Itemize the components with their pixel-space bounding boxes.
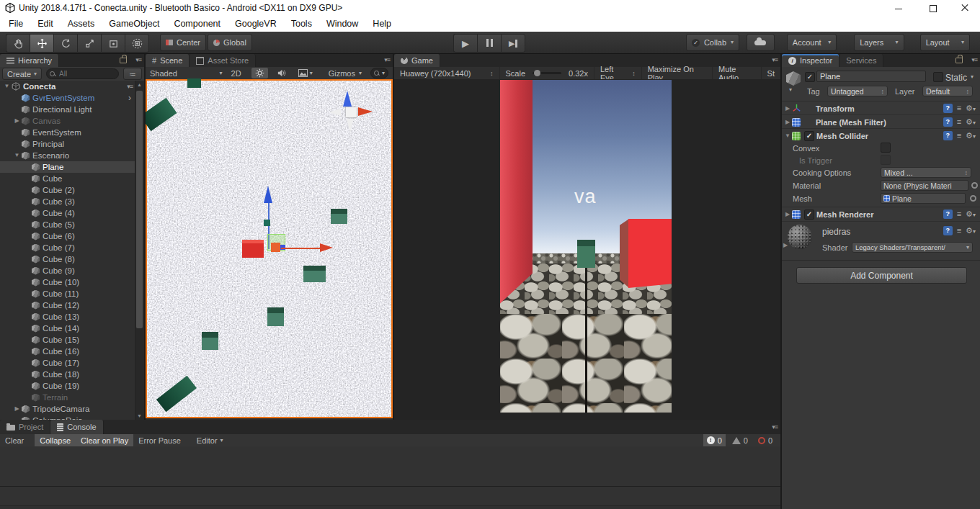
hierarchy-item-principal[interactable]: Principal	[0, 138, 135, 150]
rect-tool-icon[interactable]	[101, 34, 125, 53]
help-icon[interactable]: ?	[943, 226, 953, 235]
panel-menu-icon[interactable]: ▾≡	[772, 423, 778, 431]
object-picker-icon[interactable]	[971, 182, 978, 189]
scene-gizmo-left-arrow[interactable]	[329, 109, 341, 116]
layout-dropdown[interactable]: Layout▾	[920, 34, 970, 51]
scene-cube-green[interactable]	[267, 307, 284, 326]
component-enabled-checkbox[interactable]: ✓	[804, 131, 814, 141]
scene-cube-green[interactable]	[331, 209, 347, 224]
menu-item-assets[interactable]: Assets	[61, 16, 102, 32]
gizmo-x-axis-line[interactable]	[281, 248, 323, 249]
pause-button[interactable]	[477, 34, 501, 53]
help-icon[interactable]: ?	[943, 117, 953, 127]
mesh-collider-component-header[interactable]: ▼ ✓ Mesh Collider ?≡⚙▾	[782, 128, 980, 143]
collapse-toggle[interactable]: Collapse	[35, 434, 76, 446]
space-toggle-button[interactable]: Global	[208, 34, 252, 51]
disclosure-arrow[interactable]: ▶	[12, 115, 22, 127]
minimize-button[interactable]	[886, 0, 911, 16]
preset-icon[interactable]: ≡	[957, 117, 961, 127]
material-object-field[interactable]: None (Physic Materi	[881, 180, 968, 191]
shading-dropdown[interactable]: Shaded▾	[146, 67, 227, 79]
prefab-chevron-icon[interactable]: ›	[128, 92, 131, 104]
scene-cube-green[interactable]	[202, 332, 218, 350]
menu-item-help[interactable]: Help	[365, 16, 398, 32]
shader-dropdown[interactable]: Legacy Shaders/Transparent/▾	[852, 242, 973, 253]
scene-cube-green[interactable]	[303, 266, 326, 282]
cloud-button[interactable]	[747, 34, 775, 51]
hand-tool-icon[interactable]	[6, 34, 30, 53]
editor-dropdown[interactable]: Editor▾	[192, 434, 228, 446]
hierarchy-item-cube-9[interactable]: Cube (9)	[0, 265, 135, 276]
hierarchy-item-plane[interactable]: Plane	[0, 161, 135, 173]
active-checkbox[interactable]: ✓	[805, 72, 815, 82]
mute-audio-toggle[interactable]: Mute Audio	[713, 67, 762, 79]
hierarchy-item-terrain[interactable]: Terrain	[0, 392, 135, 403]
scale-slider[interactable]	[531, 67, 563, 79]
panel-menu-icon[interactable]: ▾≡	[135, 56, 141, 63]
is-trigger-checkbox[interactable]: ✓	[881, 155, 891, 165]
hierarchy-item-cube-14[interactable]: Cube (14)	[0, 323, 135, 334]
error-filter-toggle[interactable]: 0	[754, 434, 776, 446]
hierarchy-item-cube-8[interactable]: Cube (8)	[0, 253, 135, 265]
pivot-toggle-button[interactable]: Center	[160, 34, 206, 51]
layer-dropdown[interactable]: Default↕	[922, 86, 973, 96]
2d-toggle[interactable]: 2D	[228, 68, 245, 78]
lighting-toggle-icon[interactable]	[251, 68, 268, 78]
error-pause-toggle[interactable]: Error Pause	[133, 434, 186, 446]
maximize-on-play-toggle[interactable]: Maximize On Play	[642, 67, 713, 79]
help-icon[interactable]: ?	[943, 210, 953, 219]
hierarchy-item-cube-7[interactable]: Cube (7)	[0, 242, 135, 253]
search-input[interactable]	[58, 69, 104, 78]
hierarchy-item-cube-15[interactable]: Cube (15)	[0, 334, 135, 346]
transform-component-header[interactable]: ▶ Transform ?≡⚙▾	[782, 101, 980, 115]
hierarchy-item-cube-16[interactable]: Cube (16)	[0, 346, 135, 357]
hierarchy-item-cube-4[interactable]: Cube (4)	[0, 207, 135, 219]
convex-checkbox[interactable]: ✓	[881, 143, 891, 153]
menu-item-file[interactable]: File	[1, 16, 30, 32]
menu-item-component[interactable]: Component	[166, 16, 228, 32]
material-disclosure-arrow[interactable]: ▶	[783, 242, 788, 248]
hierarchy-item-cube-11[interactable]: Cube (11)	[0, 288, 135, 299]
hierarchy-item-cube-3[interactable]: Cube (3)	[0, 196, 135, 207]
warning-filter-toggle[interactable]: 0	[729, 434, 752, 446]
tab-asset-store[interactable]: Asset Store	[190, 54, 256, 67]
scene-cube-teal-small[interactable]	[264, 220, 270, 226]
scene-viewport[interactable]	[146, 79, 393, 418]
panel-menu-icon[interactable]: ▾≡	[772, 56, 778, 63]
help-icon[interactable]: ?	[943, 131, 953, 140]
step-button[interactable]: ▶	[501, 34, 525, 53]
clear-button[interactable]: Clear	[0, 434, 29, 446]
hierarchy-item-columnaroja[interactable]: ColumnaRoja	[0, 415, 135, 420]
move-tool-icon[interactable]	[30, 34, 53, 53]
hierarchy-item-cube-17[interactable]: Cube (17)	[0, 357, 135, 369]
scene-cube-green[interactable]	[187, 78, 201, 88]
hierarchy-item-cube[interactable]: Cube	[0, 173, 135, 184]
resolution-dropdown[interactable]: Huawey (720x1440)↕	[394, 67, 500, 79]
disclosure-arrow[interactable]: ▼	[783, 132, 792, 139]
static-checkbox[interactable]: ✓	[933, 72, 943, 82]
collab-button[interactable]: ✓Collab▾	[686, 34, 739, 51]
hierarchy-item-escenario[interactable]: ▼Escenario	[0, 150, 135, 161]
rotate-tool-icon[interactable]	[53, 34, 77, 53]
preset-icon[interactable]: ≡	[957, 131, 961, 140]
stats-toggle[interactable]: St	[762, 67, 780, 79]
hierarchy-item-directional-light[interactable]: Directional Light	[0, 104, 135, 115]
add-component-button[interactable]: Add Component	[796, 267, 967, 284]
hierarchy-item-cube-19[interactable]: Cube (19)	[0, 380, 135, 392]
hierarchy-item-tripodecamara[interactable]: ▶TripodeCamara	[0, 403, 135, 415]
gear-icon[interactable]: ⚙▾	[966, 104, 976, 113]
effects-dropdown-icon[interactable]: ▾	[295, 68, 316, 78]
hierarchy-item-canvas[interactable]: ▶Canvas	[0, 115, 135, 127]
hierarchy-item-cube-5[interactable]: Cube (5)	[0, 219, 135, 230]
gear-icon[interactable]: ⚙▾	[966, 131, 976, 140]
tab-inspector[interactable]: iInspector	[782, 54, 839, 67]
disclosure-arrow[interactable]: ▶	[12, 403, 22, 415]
maximize-button[interactable]	[921, 0, 945, 16]
scene-gizmo-right-arrow[interactable]	[358, 107, 373, 116]
disclosure-arrow[interactable]: ▶	[783, 211, 792, 217]
preset-icon[interactable]: ≡	[957, 226, 961, 235]
hierarchy-item-cube-13[interactable]: Cube (13)	[0, 311, 135, 323]
gear-icon[interactable]: ⚙▾	[966, 210, 976, 219]
gizmo-y-axis-arrow[interactable]	[264, 186, 272, 203]
cooking-options-dropdown[interactable]: Mixed ...↕	[881, 167, 971, 178]
